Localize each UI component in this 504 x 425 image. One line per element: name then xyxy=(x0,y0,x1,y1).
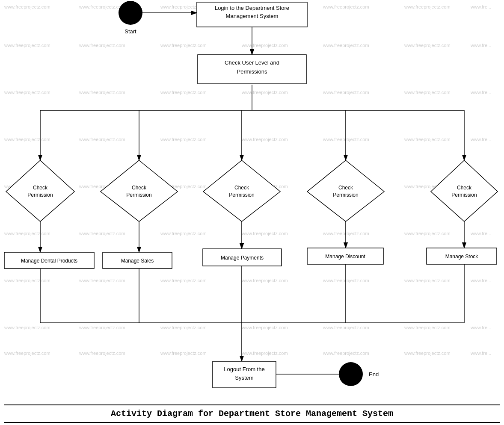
svg-text:www.fre...: www.fre... xyxy=(470,43,491,48)
svg-text:www.freeprojectz.com: www.freeprojectz.com xyxy=(160,231,207,236)
diamond-3 xyxy=(203,160,280,221)
svg-text:www.fre...: www.fre... xyxy=(470,325,491,330)
diamond-1-text-1: Check xyxy=(33,185,48,191)
svg-text:www.fre...: www.fre... xyxy=(470,90,491,95)
logout-text-1: Logout From the xyxy=(224,366,264,372)
svg-text:www.freeprojectz.com: www.freeprojectz.com xyxy=(79,325,125,330)
svg-text:www.freeprojectz.com: www.freeprojectz.com xyxy=(79,278,125,283)
svg-text:www.freeprojectz.com: www.freeprojectz.com xyxy=(4,4,50,9)
svg-text:www.freeprojectz.com: www.freeprojectz.com xyxy=(323,43,369,48)
logout-text-2: System xyxy=(235,375,253,381)
svg-text:www.freeprojectz.com: www.freeprojectz.com xyxy=(404,278,451,283)
svg-text:www.freeprojectz.com: www.freeprojectz.com xyxy=(404,4,451,9)
svg-text:www.freeprojectz.com: www.freeprojectz.com xyxy=(404,325,451,330)
manage-sales-text: Manage Sales xyxy=(121,258,154,264)
login-text-1: Login to the Department Store xyxy=(215,5,289,11)
svg-text:www.freeprojectz.com: www.freeprojectz.com xyxy=(4,90,50,95)
svg-text:www.freeprojectz.com: www.freeprojectz.com xyxy=(241,278,288,283)
svg-text:www.freeprojectz.com: www.freeprojectz.com xyxy=(4,231,50,236)
diamond-3-text-1: Check xyxy=(234,185,249,191)
svg-text:www.freeprojectz.com: www.freeprojectz.com xyxy=(323,325,369,330)
diamond-2-text-1: Check xyxy=(132,185,147,191)
svg-text:www.freeprojectz.com: www.freeprojectz.com xyxy=(160,43,207,48)
diamond-1-text-2: Permission xyxy=(27,192,53,198)
start-label: Start xyxy=(125,28,136,35)
svg-text:www.freeprojectz.com: www.freeprojectz.com xyxy=(241,351,288,356)
svg-text:www.freeprojectz.com: www.freeprojectz.com xyxy=(160,137,207,142)
diamond-1 xyxy=(6,160,74,221)
manage-stock-text: Manage Stock xyxy=(445,254,479,260)
svg-text:www.freeprojectz.com: www.freeprojectz.com xyxy=(79,4,125,9)
diamond-4-text-1: Check xyxy=(338,185,353,191)
login-text-2: Management System xyxy=(226,13,279,19)
start-circle xyxy=(119,1,142,25)
svg-text:www.fre...: www.fre... xyxy=(470,351,491,356)
svg-text:www.freeprojectz.com: www.freeprojectz.com xyxy=(241,325,288,330)
check-user-text-2: Permissions xyxy=(237,68,267,75)
svg-text:www.freeprojectz.com: www.freeprojectz.com xyxy=(323,90,369,95)
diamond-2-text-2: Permission xyxy=(126,192,151,198)
svg-text:www.freeprojectz.com: www.freeprojectz.com xyxy=(404,137,451,142)
svg-text:www.freeprojectz.com: www.freeprojectz.com xyxy=(241,90,288,95)
diamond-4-text-2: Permission xyxy=(333,192,358,198)
svg-text:www.freeprojectz.com: www.freeprojectz.com xyxy=(4,325,50,330)
svg-text:www.freeprojectz.com: www.freeprojectz.com xyxy=(241,43,288,48)
svg-text:www.fre...: www.fre... xyxy=(470,137,491,142)
end-label: End xyxy=(369,371,379,378)
svg-text:www.fre...: www.fre... xyxy=(470,4,491,9)
manage-payments-text: Manage Payments xyxy=(221,255,264,261)
diamond-3-text-2: Permission xyxy=(229,192,254,198)
svg-text:www.freeprojectz.com: www.freeprojectz.com xyxy=(79,231,125,236)
svg-text:www.freeprojectz.com: www.freeprojectz.com xyxy=(4,278,50,283)
manage-dental-text: Manage Dental Products xyxy=(21,258,77,264)
svg-text:www.freeprojectz.com: www.freeprojectz.com xyxy=(79,351,125,356)
svg-text:www.freeprojectz.com: www.freeprojectz.com xyxy=(4,137,50,142)
svg-text:www.freeprojectz.com: www.freeprojectz.com xyxy=(4,43,50,48)
svg-text:www.freeprojectz.com: www.freeprojectz.com xyxy=(79,90,125,95)
footer-title: Activity Diagram for Department Store Ma… xyxy=(4,404,500,423)
svg-text:www.freeprojectz.com: www.freeprojectz.com xyxy=(241,137,288,142)
end-circle xyxy=(339,362,363,386)
svg-text:www.freeprojectz.com: www.freeprojectz.com xyxy=(404,90,451,95)
svg-text:www.freeprojectz.com: www.freeprojectz.com xyxy=(79,43,125,48)
svg-text:www.freeprojectz.com: www.freeprojectz.com xyxy=(404,43,451,48)
svg-text:www.freeprojectz.com: www.freeprojectz.com xyxy=(160,278,207,283)
manage-discount-text: Manage Discount xyxy=(325,254,365,260)
svg-text:www.fre...: www.fre... xyxy=(470,278,491,283)
svg-text:www.freeprojectz.com: www.freeprojectz.com xyxy=(160,90,207,95)
diamond-5-text-2: Permission xyxy=(451,192,477,198)
svg-text:www.freeprojectz.com: www.freeprojectz.com xyxy=(79,137,125,142)
svg-text:www.freeprojectz.com: www.freeprojectz.com xyxy=(404,351,451,356)
activity-diagram-svg: www.freeprojectz.com www.freeprojectz.co… xyxy=(0,0,504,425)
svg-text:www.freeprojectz.com: www.freeprojectz.com xyxy=(241,231,288,236)
svg-text:www.freeprojectz.com: www.freeprojectz.com xyxy=(404,231,451,236)
svg-text:www.freeprojectz.com: www.freeprojectz.com xyxy=(323,351,369,356)
svg-text:www.freeprojectz.com: www.freeprojectz.com xyxy=(160,325,207,330)
svg-text:www.freeprojectz.com: www.freeprojectz.com xyxy=(4,351,50,356)
check-user-text-1: Check User Level and xyxy=(225,59,279,66)
svg-text:www.freeprojectz.com: www.freeprojectz.com xyxy=(160,351,207,356)
diagram-container: www.freeprojectz.com www.freeprojectz.co… xyxy=(0,0,504,425)
svg-text:www.freeprojectz.com: www.freeprojectz.com xyxy=(323,4,369,9)
diamond-2 xyxy=(101,160,178,221)
diamond-5 xyxy=(431,160,498,221)
diamond-5-text-1: Check xyxy=(457,185,472,191)
svg-text:www.fre...: www.fre... xyxy=(470,231,491,236)
diamond-4 xyxy=(307,160,384,221)
